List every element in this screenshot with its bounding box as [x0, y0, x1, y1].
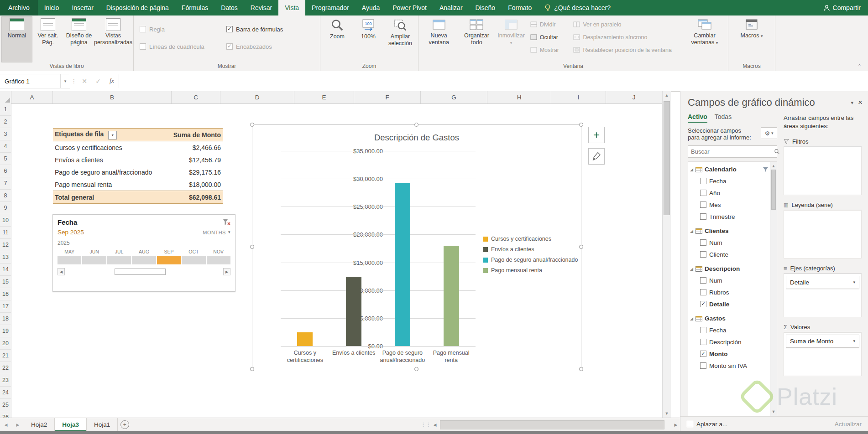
- pane-close-icon[interactable]: ×: [858, 98, 863, 107]
- pivot-chart[interactable]: Descripción de Gastos $35,000.00 $30,000…: [252, 124, 581, 369]
- row-header[interactable]: 5: [0, 153, 11, 165]
- hscroll-right-arrow[interactable]: ▶: [672, 418, 680, 431]
- selection-handle[interactable]: [579, 367, 583, 371]
- column-header-e[interactable]: E: [294, 91, 354, 103]
- field-item-monto[interactable]: Monto: [690, 348, 769, 360]
- pivot-data-row[interactable]: Pago mensual renta $18,000.00: [53, 178, 223, 191]
- arrange-all-button[interactable]: Organizar todo: [458, 16, 495, 62]
- selection-handle[interactable]: [250, 245, 254, 249]
- tab-insertar[interactable]: Insertar: [65, 0, 99, 16]
- tab-power-pivot[interactable]: Power Pivot: [386, 0, 433, 16]
- field-group-calendario[interactable]: ◢ Calendario: [690, 164, 769, 175]
- new-sheet-button[interactable]: +: [118, 418, 131, 431]
- selection-handle[interactable]: [579, 123, 583, 127]
- row-header[interactable]: 22: [0, 362, 11, 374]
- split-button[interactable]: Dividir: [528, 19, 570, 30]
- chart-plot-area[interactable]: [281, 151, 476, 346]
- pivot-data-row[interactable]: Envíos a clientes $12,456.79: [53, 154, 223, 166]
- sheet-tab-hoja1[interactable]: Hoja1: [87, 418, 118, 431]
- row-header[interactable]: 15: [0, 276, 11, 288]
- checkbox-barra-de-formulas[interactable]: Barra de fórmulas: [226, 24, 311, 35]
- area-filtros[interactable]: Filtros: [784, 136, 862, 195]
- field-checkbox[interactable]: [700, 339, 706, 345]
- tab-archivo[interactable]: Archivo: [0, 0, 38, 16]
- row-header[interactable]: 16: [0, 288, 11, 300]
- row-header[interactable]: 25: [0, 399, 11, 411]
- row-header[interactable]: 13: [0, 251, 11, 264]
- tab-formato[interactable]: Formato: [502, 0, 538, 16]
- name-box[interactable]: Gráfico 1: [0, 74, 61, 88]
- row-header[interactable]: 2: [0, 116, 11, 128]
- column-header-i[interactable]: I: [551, 91, 606, 103]
- tab-diseno[interactable]: Diseño: [469, 0, 502, 16]
- chart-bar-cursos[interactable]: [297, 332, 313, 346]
- chart-bar-envios[interactable]: [346, 277, 361, 346]
- sheet-nav-right-icon[interactable]: ▶: [12, 418, 24, 431]
- field-group-descripcion[interactable]: ◢ Descripcion: [690, 263, 769, 274]
- selection-handle[interactable]: [414, 123, 418, 127]
- column-header-h[interactable]: H: [487, 91, 551, 103]
- macros-button[interactable]: Macros ▾: [736, 16, 767, 62]
- page-layout-button[interactable]: Diseño de página: [63, 16, 94, 62]
- row-header[interactable]: 17: [0, 300, 11, 313]
- values-field-suma-de-monto[interactable]: Suma de Monto ▾: [786, 335, 859, 348]
- scroll-up-arrow[interactable]: ▲: [770, 162, 777, 170]
- field-checkbox[interactable]: [700, 178, 706, 184]
- row-header[interactable]: 9: [0, 202, 11, 214]
- column-header-c[interactable]: C: [172, 91, 220, 103]
- row-header[interactable]: 8: [0, 190, 11, 202]
- field-checkbox[interactable]: [700, 327, 706, 333]
- field-checkbox[interactable]: [700, 213, 706, 220]
- switch-windows-button[interactable]: Cambiar ventanas ▾: [683, 16, 727, 62]
- checkbox-regla[interactable]: Regla: [140, 24, 226, 35]
- new-window-button[interactable]: Nueva ventana: [420, 16, 458, 62]
- timeline-month[interactable]: OCT: [182, 249, 205, 264]
- view-side-by-side-button[interactable]: Ver en paralelo: [571, 19, 682, 30]
- timeline-month[interactable]: AUG: [132, 249, 156, 264]
- field-group-clientes[interactable]: ◢ Clientes: [690, 225, 769, 237]
- row-header[interactable]: 24: [0, 387, 11, 399]
- pivot-filter-dropdown[interactable]: ▾: [108, 131, 117, 140]
- zoom-100-button[interactable]: 100 100%: [353, 16, 384, 62]
- scroll-up-arrow[interactable]: ▲: [663, 91, 671, 99]
- field-search-input[interactable]: [688, 148, 774, 155]
- expand-triangle-icon[interactable]: ◢: [690, 316, 693, 321]
- field-item-monto-sin-iva[interactable]: Monto sin IVA: [690, 360, 769, 372]
- pane-options-caret[interactable]: ▾: [851, 100, 854, 106]
- selection-handle[interactable]: [250, 123, 254, 127]
- axis-field-detalle[interactable]: Detalle ▾: [786, 276, 859, 289]
- tab-vista[interactable]: Vista: [278, 0, 305, 16]
- normal-view-button[interactable]: Normal: [1, 16, 32, 62]
- field-checkbox[interactable]: [700, 277, 706, 284]
- name-box-dropdown[interactable]: ▾: [61, 74, 70, 88]
- field-checkbox[interactable]: [700, 351, 706, 357]
- area-leyenda[interactable]: ▥ Leyenda (serie): [784, 200, 862, 258]
- field-checkbox[interactable]: [700, 362, 706, 369]
- field-checkbox[interactable]: [700, 239, 706, 246]
- field-item-trimestre[interactable]: Trimestre: [690, 211, 769, 222]
- scroll-down-arrow[interactable]: ▼: [770, 408, 777, 416]
- tools-gear-button[interactable]: ⚙▾: [761, 127, 777, 139]
- row-header[interactable]: 21: [0, 350, 11, 362]
- area-valores[interactable]: Σ Valores Suma de Monto ▾: [784, 322, 862, 376]
- tab-ayuda[interactable]: Ayuda: [356, 0, 386, 16]
- field-group-gastos[interactable]: ◢ Gastos: [690, 313, 769, 324]
- chart-bar-seguro[interactable]: [395, 183, 410, 346]
- field-item-num2[interactable]: Num: [690, 274, 769, 286]
- row-header[interactable]: 20: [0, 337, 11, 350]
- tab-programador[interactable]: Programador: [305, 0, 356, 16]
- tab-datos[interactable]: Datos: [214, 0, 244, 16]
- share-button[interactable]: Compartir: [816, 0, 868, 16]
- column-header-g[interactable]: G: [421, 91, 487, 103]
- vertical-scroll-thumb[interactable]: [664, 101, 670, 215]
- area-ejes[interactable]: ≡ Ejes (categorías) Detalle ▾: [784, 263, 862, 317]
- sheet-tab-hoja2[interactable]: Hoja2: [24, 418, 55, 431]
- timeline-scroll-right[interactable]: ▶: [223, 268, 230, 275]
- tab-inicio[interactable]: Inicio: [38, 0, 66, 16]
- timeline-scroll-left[interactable]: ◀: [58, 268, 65, 275]
- column-header-a[interactable]: A: [11, 91, 53, 103]
- zoom-to-selection-button[interactable]: Ampliar selección: [384, 16, 417, 62]
- expand-triangle-icon[interactable]: ◢: [690, 267, 693, 271]
- row-header[interactable]: 10: [0, 214, 11, 227]
- horizontal-scroll-thumb[interactable]: [440, 420, 664, 429]
